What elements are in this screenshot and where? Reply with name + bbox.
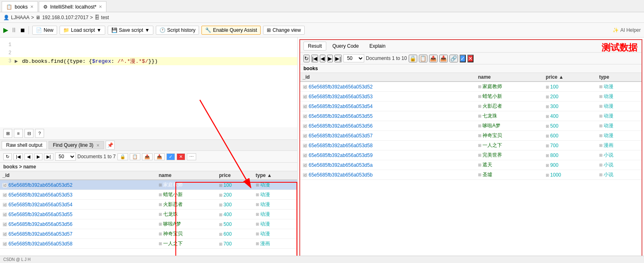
play-button[interactable]: ▶ [3,26,8,34]
left-cell-price: ⊞500 [217,219,253,229]
left-table-row[interactable]: id65e5685fb392ab656a053d54 ⊞火影忍者 ⊞300 ⊞动… [0,200,297,210]
raw-shell-tab[interactable]: Raw shell output [2,141,47,149]
right-cell-type: ⊞漫画 [597,141,642,150]
left-cell-name[interactable]: ⊞火影忍者 [156,200,217,210]
r-copy-btn[interactable]: 📋 [419,55,427,62]
right-data-toolbar: ↻ |◀ ◀ ▶ ▶| 50 100 Documents 1 to 10 🔒 📋… [300,53,642,64]
r-last-btn[interactable]: ▶| [334,55,341,62]
left-table-container[interactable]: _id name price type ▲ id65e5685fb392ab65… [0,171,297,263]
left-cell-name[interactable]: ⊞一人之下 [156,239,217,249]
pause-button[interactable]: ⏸ [11,27,17,34]
left-cell-price: ⊞400 [217,210,253,219]
more-btn[interactable]: ⋯ [187,153,196,160]
r-col-name[interactable]: name [476,73,543,82]
tab-books[interactable]: 📋 books ✕ [2,1,38,12]
col-price[interactable]: price [217,171,253,180]
find-query-close[interactable]: ✕ [96,143,100,148]
r-page-size-select[interactable]: 50 100 [343,54,364,62]
delete-btn[interactable]: ✕ [177,153,185,160]
left-cell-name[interactable]: ⊞哆啦A梦 [156,219,217,229]
left-table-row[interactable]: id65e5685fb392ab656a053d52 ⊞家庭教师 ⊞100 ⊞动… [0,180,297,190]
left-table-row[interactable]: id65e5685fb392ab656a053d58 ⊞一人之下 ⊞700 ⊞漫… [0,239,297,249]
script-history-button[interactable]: 🕐 Script history [156,26,199,35]
col-id[interactable]: _id [0,171,156,180]
right-tab-result[interactable]: Result [303,42,326,51]
left-table-row[interactable]: id65e5685fb392ab656a053d55 ⊞七龙珠 ⊞400 ⊞动漫 [0,210,297,219]
load-script-button[interactable]: 📁 Load script ▼ [60,26,105,35]
page-size-select[interactable]: 50 100 200 [55,152,76,161]
export-btn[interactable]: 📤 [142,153,153,160]
enable-query-assist-button[interactable]: 🔧 Enable Query Assist [201,26,261,35]
refresh-btn[interactable]: ↻ [3,153,12,160]
help-icon[interactable]: ? [35,129,44,138]
save-script-button[interactable]: 💾 Save script ▼ [108,26,153,35]
stop-button[interactable]: ⏹ [20,27,25,33]
code-line-3[interactable]: 3 ▶ db.books.find({type: {$regex: /^.*漫.… [0,57,297,65]
tab-intellishell[interactable]: ⚙ IntelliShell: localhost* ✕ [39,1,106,12]
left-cell-name[interactable]: ⊞七龙珠 [156,210,217,219]
grid-icon[interactable]: ⊟ [24,129,33,138]
user-icon: 👤 [3,15,9,20]
format-icon[interactable]: ⊞ [3,129,12,138]
last-btn[interactable]: ▶| [44,153,53,160]
list-icon[interactable]: ≡ [14,129,23,138]
next-btn[interactable]: ▶ [34,153,42,160]
first-btn[interactable]: |◀ [13,153,23,160]
copy-btn[interactable]: 📋 [130,153,140,160]
right-cell-id: id65e5685fb392ab656a053d52 [300,82,476,92]
right-cell-name: ⊞蜡笔小新 [476,92,543,102]
left-data-table: _id name price type ▲ id65e5685fb392ab65… [0,171,297,249]
right-table-row[interactable]: id65e5685fb392ab656a053d5a ⊞遮天 ⊞900 ⊞小说 [300,160,642,170]
new-button[interactable]: 📄 New [32,26,57,35]
right-table-row[interactable]: id65e5685fb392ab656a053d57 ⊞神奇宝贝 ⊞600 ⊞动… [300,131,642,141]
editor-icons-bar: ⊞ ≡ ⊟ ? [0,127,297,140]
change-view-button[interactable]: ⊞ Change view [263,26,304,35]
ai-helper[interactable]: ✨ AI Helper [613,27,641,33]
lock-btn[interactable]: 🔒 [117,153,128,160]
right-cell-price: ⊞100 [543,82,597,92]
col-name[interactable]: name [156,171,217,180]
r-lock-btn[interactable]: 🔒 [409,55,417,62]
pin-tab-button[interactable]: 📌 [106,141,115,150]
r-next-btn[interactable]: ▶ [327,55,333,62]
r-refresh-btn[interactable]: ↻ [303,55,310,62]
books-tab-close[interactable]: ✕ [30,4,33,9]
r-import-btn[interactable]: 📥 [439,55,448,62]
r-delete-btn[interactable]: ✕ [467,55,474,62]
right-tab-query-code[interactable]: Query Code [328,42,363,51]
right-table-row[interactable]: id65e5685fb392ab656a053d55 ⊞七龙珠 ⊞400 ⊞动漫 [300,111,642,121]
r-export-btn[interactable]: 📤 [429,55,438,62]
right-table-row[interactable]: id65e5685fb392ab656a053d59 ⊞完美世界 ⊞800 ⊞小… [300,150,642,160]
right-table-row[interactable]: id65e5685fb392ab656a053d58 ⊞一人之下 ⊞700 ⊞漫… [300,141,642,150]
new-icon: 📄 [36,27,42,33]
left-table-row[interactable]: id65e5685fb392ab656a053d56 ⊞哆啦A梦 ⊞500 ⊞动… [0,219,297,229]
import-btn[interactable]: 📥 [154,153,165,160]
intellishell-tab-close[interactable]: ✕ [99,4,102,9]
r-prev-btn[interactable]: ◀ [320,55,325,62]
left-cell-name[interactable]: ⊞神奇宝贝 [156,229,217,239]
code-editor[interactable]: 1 2 3 ▶ db.books.find({type: {$regex: /^… [0,38,297,127]
left-cell-name[interactable]: ⊞家庭教师 [156,180,217,190]
find-query-tab[interactable]: Find Query (line 3) ✕ [49,141,104,149]
r-col-id[interactable]: _id [300,73,476,82]
right-tab-explain[interactable]: Explain [365,42,390,51]
col-type[interactable]: type ▲ [253,171,297,180]
right-table-row[interactable]: id65e5685fb392ab656a053d56 ⊞哆啦A梦 ⊞500 ⊞动… [300,121,642,131]
r-first-btn[interactable]: |◀ [311,55,318,62]
right-cell-type: ⊞动漫 [597,82,642,92]
r-link-btn[interactable]: 🔗 [449,55,458,62]
right-table-row[interactable]: id65e5685fb392ab656a053d54 ⊞火影忍者 ⊞300 ⊞动… [300,102,642,111]
left-table-row[interactable]: id65e5685fb392ab656a053d57 ⊞神奇宝贝 ⊞600 ⊞动… [0,229,297,239]
right-table-row[interactable]: id65e5685fb392ab656a053d53 ⊞蜡笔小新 ⊞200 ⊞动… [300,92,642,102]
left-table-row[interactable]: id65e5685fb392ab656a053d53 ⊞蜡笔小新 ⊞200 ⊞动… [0,190,297,200]
right-table-wrap[interactable]: _id name price ▲ type id65e5685fb392ab65… [300,73,642,261]
right-cell-type: ⊞动漫 [597,102,642,111]
r-col-price[interactable]: price ▲ [543,73,597,82]
right-table-row[interactable]: id65e5685fb392ab656a053d5b ⊞圣墟 ⊞1000 ⊞小说 [300,170,642,180]
left-cell-name[interactable]: ⊞蜡笔小新 [156,190,217,200]
r-col-type[interactable]: type [597,73,642,82]
r-check-btn[interactable]: ✓ [460,55,466,62]
check-btn[interactable]: ✓ [166,153,175,160]
right-table-row[interactable]: id65e5685fb392ab656a053d52 ⊞家庭教师 ⊞100 ⊞动… [300,82,642,92]
prev-btn[interactable]: ◀ [24,153,33,160]
